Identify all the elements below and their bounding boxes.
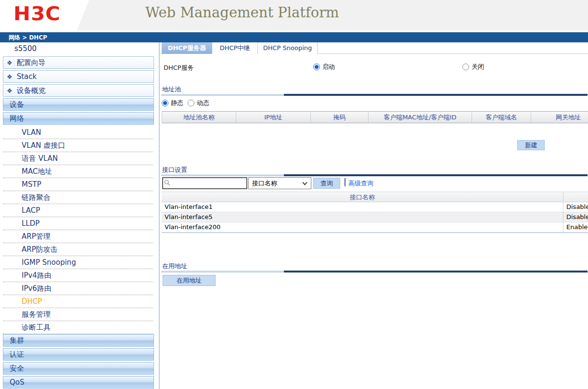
interface-status-cell: Disabled	[563, 212, 588, 222]
breadcrumb-bar: 网络 > DHCP	[0, 32, 588, 42]
dhcp-service-label: DHCP服务	[164, 64, 194, 72]
radio-unselected-icon[interactable]	[188, 100, 194, 106]
search-input[interactable]	[162, 177, 247, 189]
sidebar-section-authentication[interactable]: 认证	[3, 348, 154, 361]
in-use-address-button[interactable]: 在用地址	[163, 275, 216, 286]
main-content: DHCP服务器 DHCP中继 DHCP Snooping DHCP服务 启动 关…	[160, 42, 588, 389]
interface-name-cell: Vlan-interface200	[162, 222, 563, 232]
column-header-pool-name: 地址池名称	[162, 112, 236, 123]
sidebar-item-arp-attack-protection[interactable]: ARP防攻击	[3, 243, 153, 256]
query-button[interactable]: 查询	[313, 178, 340, 189]
device-name: s5500	[14, 44, 159, 55]
filter-selected-value: 接口名称	[252, 179, 277, 188]
radio-pool-static[interactable]: 静态	[162, 99, 183, 107]
page-title: Web Management Platform	[145, 4, 339, 21]
chevron-down-icon	[302, 182, 307, 185]
advanced-query-link[interactable]: 高级查询	[348, 179, 373, 188]
radio-pool-dynamic[interactable]: 动态	[188, 99, 209, 107]
sidebar-item-config-wizard[interactable]: ❖ 配置向导	[3, 56, 154, 69]
sidebar-item-voice-vlan[interactable]: 语音 VLAN	[3, 152, 153, 165]
sidebar-item-vlan-interface[interactable]: VLAN 虚接口	[3, 139, 153, 152]
column-header-gateway: 网关地址	[531, 112, 588, 123]
radio-unselected-icon[interactable]	[462, 64, 469, 70]
diamond-icon: ❖	[7, 73, 13, 80]
radio-label: 动态	[197, 99, 209, 107]
column-header-status	[563, 192, 588, 202]
tab-bar: DHCP服务器 DHCP中继 DHCP Snooping	[160, 42, 588, 54]
sidebar-section-device[interactable]: 设备	[3, 98, 154, 111]
sidebar-item-service-management[interactable]: 服务管理	[3, 308, 153, 321]
column-header-interface-name: 接口名称	[162, 192, 563, 202]
address-pool-title: 地址池	[162, 85, 181, 94]
diamond-icon: ❖	[7, 87, 13, 94]
tab-dhcp-server[interactable]: DHCP服务器	[162, 42, 212, 54]
interface-name-cell: Vlan-interface5	[162, 212, 563, 222]
page: H3C Web Management Platform 网络 > DHCP s5…	[0, 0, 588, 389]
column-header-client-domain: 客户端域名	[472, 112, 531, 123]
sidebar-item-igmp-snooping[interactable]: IGMP Snooping	[3, 256, 153, 269]
sidebar-item-label: Stack	[17, 72, 37, 81]
sidebar: s5500 ❖ 配置向导 ❖ Stack ❖ 设备概览 设备 网络 VLAN V…	[0, 42, 160, 389]
filter-select[interactable]: 接口名称	[248, 177, 311, 189]
radio-dhcp-stop[interactable]: 关闭	[462, 63, 484, 71]
sidebar-item-diagnostic-tools[interactable]: 诊断工具	[3, 321, 153, 334]
sidebar-section-qos[interactable]: QoS	[3, 376, 154, 389]
sidebar-item-arp-management[interactable]: ARP管理	[3, 230, 153, 243]
column-header-client-mac: 客户端MAC地址/客户端ID	[369, 112, 472, 123]
sidebar-section-network[interactable]: 网络	[3, 112, 154, 125]
column-header-mask: 掩码	[311, 112, 369, 123]
interface-table-header: 接口名称	[162, 192, 588, 202]
in-use-address-title: 在用地址	[162, 262, 187, 271]
table-row[interactable]: Vlan-interface200 Enabled	[162, 222, 588, 233]
sidebar-item-link-aggregation[interactable]: 链路聚合	[3, 191, 153, 204]
sidebar-item-vlan[interactable]: VLAN	[3, 126, 153, 139]
top-header: H3C Web Management Platform	[0, 0, 588, 30]
search-icon	[164, 180, 170, 186]
radio-selected-icon[interactable]	[313, 64, 320, 70]
sidebar-item-label: 配置向导	[17, 58, 46, 67]
interface-name-cell: Vlan-interface1	[162, 202, 563, 212]
sidebar-item-mstp[interactable]: MSTP	[3, 178, 153, 191]
tab-dhcp-snooping[interactable]: DHCP Snooping	[258, 42, 318, 54]
radio-label: 关闭	[472, 63, 484, 71]
interface-status-cell: Disabled	[563, 202, 588, 212]
sidebar-section-cluster[interactable]: 集群	[3, 334, 154, 347]
section-divider	[161, 174, 588, 176]
sidebar-item-dhcp[interactable]: DHCP	[3, 295, 153, 308]
section-divider	[161, 271, 588, 272]
radio-dhcp-start[interactable]: 启动	[313, 63, 335, 71]
sidebar-item-lldp[interactable]: LLDP	[3, 217, 153, 230]
sidebar-item-label: 设备概览	[17, 86, 46, 95]
sidebar-item-mac-address[interactable]: MAC地址	[3, 165, 153, 178]
column-header-ip-address: IP地址	[236, 112, 311, 123]
radio-selected-icon[interactable]	[162, 100, 168, 106]
new-button[interactable]: 新建	[517, 140, 545, 150]
interface-table: 接口名称 Vlan-interface1 Disabled Vlan-inter…	[162, 192, 588, 233]
breadcrumb[interactable]: 网络 > DHCP	[9, 33, 47, 43]
table-row[interactable]: Vlan-interface5 Disabled	[162, 212, 588, 222]
interface-status-cell: Enabled	[563, 222, 588, 232]
radio-label: 静态	[171, 99, 183, 107]
sidebar-section-security[interactable]: 安全	[3, 362, 154, 375]
interface-settings-title: 接口设置	[162, 166, 187, 174]
sidebar-item-lacp[interactable]: LACP	[3, 204, 153, 217]
radio-label: 启动	[322, 63, 335, 71]
h3c-logo: H3C	[13, 2, 61, 25]
sidebar-item-ipv4-routing[interactable]: IPv4路由	[3, 269, 153, 282]
vertical-separator	[345, 178, 345, 186]
table-row[interactable]: Vlan-interface1 Disabled	[162, 202, 588, 212]
section-divider	[161, 94, 588, 96]
sidebar-item-ipv6-routing[interactable]: IPv6路由	[3, 282, 153, 295]
diamond-icon: ❖	[7, 59, 13, 66]
sidebar-item-stack[interactable]: ❖ Stack	[3, 70, 154, 83]
address-pool-table-header: 地址池名称 IP地址 掩码 客户端MAC地址/客户端ID 客户端域名 网关地址	[162, 111, 588, 123]
sidebar-item-device-overview[interactable]: ❖ 设备概览	[3, 84, 154, 97]
table-bottom-border	[162, 233, 588, 233]
tab-dhcp-relay[interactable]: DHCP中继	[212, 42, 258, 54]
